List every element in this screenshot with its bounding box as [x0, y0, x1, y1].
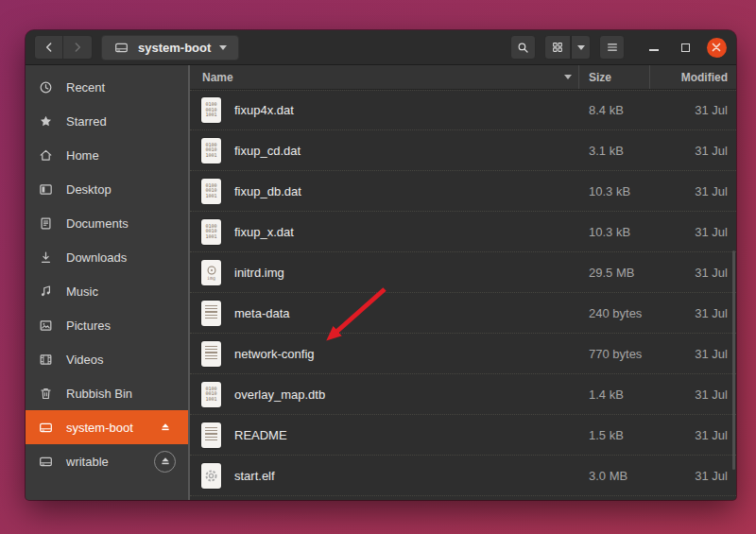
sidebar-item-music[interactable]: Music: [26, 274, 188, 308]
clock-icon: [38, 79, 54, 95]
file-size-label: 1.5 kB: [579, 428, 650, 442]
grid-view-icon: [551, 41, 564, 54]
binary-file-icon: 0100 0010 1001: [201, 138, 221, 164]
sidebar-item-label: Desktop: [66, 182, 112, 197]
chevron-right-icon: [70, 40, 85, 55]
eject-icon: [159, 421, 172, 434]
sidebar-item-label: Downloads: [66, 250, 127, 265]
sidebar-item-rubbish-bin[interactable]: Rubbish Bin: [26, 376, 188, 410]
file-name-cell: 0100 0010 1001 fixup4x.dat: [190, 97, 579, 123]
binary-file-icon: 0100 0010 1001: [201, 179, 221, 204]
column-header-name[interactable]: Name: [190, 65, 579, 89]
column-header-modified[interactable]: Modified: [650, 65, 736, 89]
location-path-button[interactable]: system-boot: [101, 35, 239, 60]
disk-image-icon: img: [201, 260, 221, 285]
navigation-buttons: [34, 35, 93, 60]
file-modified-label: 31 Jul: [650, 469, 736, 483]
sidebar-item-starred[interactable]: Starred: [26, 104, 188, 138]
file-size-label: 29.5 MB: [579, 266, 650, 280]
places-sidebar: Recent Starred Home Desktop Documents Do…: [26, 65, 190, 500]
text-file-icon: [201, 341, 221, 367]
file-modified-label: 31 Jul: [650, 428, 736, 442]
file-row-fixup4x-dat[interactable]: 0100 0010 1001 fixup4x.dat 8.4 kB 31 Jul: [190, 90, 736, 130]
file-name-label: start.elf: [234, 469, 275, 483]
drive-icon: [38, 420, 54, 436]
documents-icon: [38, 215, 54, 232]
sidebar-item-documents[interactable]: Documents: [26, 206, 188, 240]
file-modified-label: 31 Jul: [650, 388, 736, 402]
file-row-fixup-x-dat[interactable]: 0100 0010 1001 fixup_x.dat 10.3 kB 31 Ju…: [190, 212, 736, 252]
eject-button[interactable]: [154, 451, 176, 473]
file-row-start-elf[interactable]: start.elf 3.0 MB 31 Jul: [190, 456, 736, 496]
sidebar-item-writable[interactable]: writable: [26, 444, 188, 478]
scrollbar-thumb[interactable]: [732, 250, 735, 470]
executable-file-icon: [201, 463, 221, 489]
file-name-cell: meta-data: [190, 301, 579, 326]
forward-button[interactable]: [63, 35, 93, 60]
column-header-size[interactable]: Size: [579, 65, 650, 89]
file-name-label: fixup_db.dat: [234, 184, 301, 198]
sidebar-item-home[interactable]: Home: [26, 138, 188, 172]
home-icon: [38, 147, 54, 164]
pictures-icon: [38, 318, 54, 334]
file-size-label: 10.3 kB: [579, 225, 650, 239]
file-row-network-config[interactable]: network-config 770 bytes 31 Jul: [190, 334, 736, 374]
column-headers: Name Size Modified: [190, 65, 736, 90]
chevron-down-icon: [219, 45, 227, 50]
menu-button[interactable]: [599, 35, 625, 60]
view-toggle-group: [544, 35, 591, 60]
file-row-overlay-map-dtb[interactable]: 0100 0010 1001 overlay_map.dtb 1.4 kB 31…: [190, 374, 736, 415]
sidebar-item-label: system-boot: [66, 421, 133, 435]
file-row-initrd-img[interactable]: img initrd.img 29.5 MB 31 Jul: [190, 252, 736, 293]
music-icon: [38, 284, 54, 300]
sidebar-item-recent[interactable]: Recent: [26, 70, 188, 104]
sidebar-item-label: Rubbish Bin: [66, 387, 132, 401]
file-modified-label: 31 Jul: [650, 184, 736, 198]
file-name-cell: img initrd.img: [190, 260, 579, 285]
file-name-cell: 0100 0010 1001 fixup_db.dat: [190, 179, 579, 204]
file-manager-window: system-boot: [26, 30, 736, 500]
file-name-label: fixup4x.dat: [234, 103, 294, 117]
file-size-label: 1.4 kB: [579, 388, 650, 402]
file-size-label: 770 bytes: [579, 347, 650, 361]
sidebar-item-label: Recent: [66, 80, 105, 95]
file-row-meta-data[interactable]: meta-data 240 bytes 31 Jul: [190, 293, 736, 334]
binary-file-icon: 0100 0010 1001: [201, 219, 221, 245]
minimize-button[interactable]: [643, 36, 665, 59]
sidebar-item-videos[interactable]: Videos: [26, 342, 188, 376]
close-icon: [707, 38, 727, 58]
sidebar-item-desktop[interactable]: Desktop: [26, 172, 188, 206]
close-button[interactable]: [705, 36, 728, 59]
sidebar-item-label: Documents: [66, 216, 129, 231]
text-file-icon: [201, 422, 221, 448]
sidebar-item-label: Music: [66, 284, 98, 299]
file-name-cell: start.elf: [190, 463, 579, 489]
desktop-icon: [38, 181, 54, 198]
back-button[interactable]: [34, 35, 63, 60]
search-icon: [516, 41, 530, 55]
file-name-label: meta-data: [234, 306, 290, 320]
sidebar-item-pictures[interactable]: Pictures: [26, 308, 188, 342]
sidebar-item-label: Starred: [66, 114, 107, 129]
hamburger-menu-icon: [606, 41, 619, 54]
file-row-fixup-db-dat[interactable]: 0100 0010 1001 fixup_db.dat 10.3 kB 31 J…: [190, 171, 736, 212]
file-size-label: 10.3 kB: [579, 184, 650, 198]
file-size-label: 240 bytes: [579, 306, 650, 320]
file-modified-label: 31 Jul: [650, 225, 736, 239]
videos-icon: [38, 352, 54, 368]
view-options-dropdown-button[interactable]: [571, 35, 591, 60]
eject-button[interactable]: [154, 417, 176, 439]
file-name-cell: 0100 0010 1001 fixup_cd.dat: [190, 138, 579, 164]
column-header-modified-label: Modified: [681, 71, 728, 84]
sidebar-item-label: writable: [66, 455, 109, 469]
file-list: 0100 0010 1001 fixup4x.dat 8.4 kB 31 Jul…: [190, 90, 736, 500]
file-name-label: fixup_x.dat: [234, 225, 294, 239]
file-row-fixup-cd-dat[interactable]: 0100 0010 1001 fixup_cd.dat 3.1 kB 31 Ju…: [190, 130, 736, 171]
maximize-button[interactable]: [674, 36, 696, 59]
sidebar-item-downloads[interactable]: Downloads: [26, 240, 188, 274]
file-row-readme[interactable]: README 1.5 kB 31 Jul: [190, 415, 736, 456]
sidebar-item-system-boot[interactable]: system-boot: [26, 410, 188, 444]
search-button[interactable]: [510, 35, 536, 60]
sidebar-list: Recent Starred Home Desktop Documents Do…: [26, 70, 188, 478]
grid-view-button[interactable]: [544, 35, 571, 60]
